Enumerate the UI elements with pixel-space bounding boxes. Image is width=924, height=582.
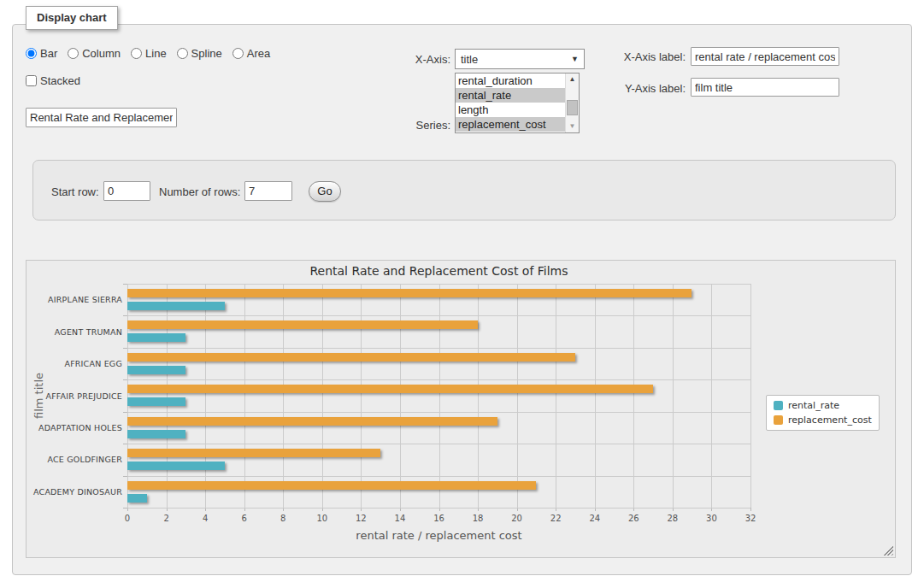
axis-tick bbox=[123, 444, 127, 444]
radio-label: Bar bbox=[40, 47, 57, 60]
scroll-down-icon[interactable]: ▼ bbox=[566, 121, 579, 132]
series-options: rental_durationrental_ratelengthreplacem… bbox=[456, 73, 565, 132]
bar-rental_rate bbox=[127, 430, 185, 438]
x-tick-label: 16 bbox=[418, 514, 461, 523]
legend-item-replacement_cost[interactable]: replacement_cost bbox=[774, 414, 872, 426]
series-option-rental_rate[interactable]: rental_rate bbox=[456, 88, 565, 103]
gridline bbox=[127, 315, 750, 316]
radio-line[interactable] bbox=[131, 48, 142, 59]
x-axis-selected-value: title bbox=[461, 53, 478, 66]
bar-replacement_cost bbox=[127, 353, 575, 362]
series-scrollbar[interactable]: ▲ ▼ bbox=[565, 73, 579, 132]
gridline bbox=[127, 348, 750, 349]
gridline bbox=[439, 284, 440, 508]
gridline bbox=[673, 284, 674, 508]
gridline bbox=[127, 284, 750, 285]
legend-swatch bbox=[774, 415, 783, 425]
gridline bbox=[517, 284, 518, 508]
y-axis-label-input[interactable] bbox=[691, 78, 839, 97]
gridline bbox=[283, 284, 284, 508]
num-rows-input[interactable] bbox=[244, 181, 292, 201]
category-label: AGENT TRUMAN bbox=[26, 327, 122, 337]
gridline bbox=[322, 284, 323, 508]
category-label: AIRPLANE SIERRA bbox=[26, 295, 122, 304]
x-axis-select-label: X-Axis: bbox=[376, 53, 450, 66]
x-tick-label: 22 bbox=[534, 514, 577, 523]
num-rows-label: Number of rows: bbox=[159, 185, 240, 198]
axis-tick bbox=[123, 412, 127, 413]
legend-item-rental_rate[interactable]: rental_rate bbox=[774, 400, 872, 411]
series-select-label: Series: bbox=[393, 119, 450, 132]
x-axis-label-input[interactable] bbox=[691, 47, 839, 66]
gridline bbox=[127, 476, 750, 477]
start-row-input[interactable] bbox=[103, 181, 150, 201]
category-label: ADAPTATION HOLES bbox=[26, 423, 122, 432]
axis-tick bbox=[123, 508, 127, 509]
category-label: AFFAIR PREJUDICE bbox=[26, 391, 122, 401]
x-tick-label: 10 bbox=[301, 514, 344, 523]
axis-tick bbox=[123, 348, 127, 349]
bar-rental_rate bbox=[127, 333, 185, 342]
go-button[interactable]: Go bbox=[309, 181, 341, 202]
chart-type-radiogroup: BarColumnLineSplineArea bbox=[26, 47, 277, 60]
gridline bbox=[205, 284, 206, 508]
axis-tick bbox=[123, 476, 127, 477]
gridline bbox=[711, 284, 712, 508]
axis-tick bbox=[750, 508, 751, 511]
gridline bbox=[633, 284, 634, 508]
series-option-length[interactable]: length bbox=[456, 103, 565, 117]
gridline bbox=[400, 284, 401, 508]
scroll-up-icon[interactable]: ▲ bbox=[566, 73, 579, 85]
radio-bar[interactable] bbox=[26, 48, 37, 59]
series-option-replacement_cost[interactable]: replacement_cost bbox=[456, 117, 565, 132]
gridline bbox=[595, 284, 596, 508]
x-axis-select[interactable]: title ▼ bbox=[455, 49, 585, 69]
bar-rental_rate bbox=[127, 366, 185, 374]
x-tick-label: 28 bbox=[651, 514, 694, 523]
x-tick-label: 32 bbox=[729, 514, 772, 523]
chart-type-option-spline[interactable]: Spline bbox=[177, 47, 222, 60]
chart-type-option-column[interactable]: Column bbox=[68, 47, 121, 60]
x-tick-label: 4 bbox=[184, 514, 227, 523]
category-label: ACADEMY DINOSAUR bbox=[26, 487, 122, 497]
bar-replacement_cost bbox=[127, 449, 380, 457]
axis-tick bbox=[123, 284, 127, 285]
chevron-down-icon: ▼ bbox=[571, 55, 579, 63]
radio-spline[interactable] bbox=[177, 48, 188, 59]
stacked-checkbox[interactable] bbox=[26, 75, 37, 86]
gridline bbox=[750, 284, 751, 508]
series-option-rental_duration[interactable]: rental_duration bbox=[456, 73, 565, 88]
bar-replacement_cost bbox=[127, 320, 478, 329]
stacked-row: Stacked bbox=[26, 74, 87, 87]
radio-column[interactable] bbox=[68, 48, 79, 59]
scrollbar-thumb[interactable] bbox=[567, 100, 578, 115]
x-tick-label: 24 bbox=[574, 514, 616, 523]
chart-type-option-line[interactable]: Line bbox=[131, 47, 167, 60]
gridline bbox=[127, 444, 750, 444]
gridline bbox=[127, 508, 750, 509]
chart-title: Rental Rate and Replacement Cost of Film… bbox=[127, 264, 750, 278]
series-listbox[interactable]: rental_durationrental_ratelengthreplacem… bbox=[455, 73, 580, 133]
bar-rental_rate bbox=[127, 302, 225, 310]
resize-handle-icon[interactable] bbox=[883, 545, 893, 556]
axis-tick bbox=[123, 379, 127, 380]
plot-area bbox=[127, 284, 750, 508]
gridline bbox=[127, 412, 750, 413]
radio-area[interactable] bbox=[232, 48, 244, 59]
gridline bbox=[556, 284, 556, 508]
chart-type-option-area[interactable]: Area bbox=[232, 47, 270, 60]
bar-rental_rate bbox=[127, 397, 185, 406]
radio-label: Spline bbox=[191, 47, 222, 60]
x-tick-label: 2 bbox=[145, 514, 188, 523]
legend-swatch bbox=[774, 401, 783, 410]
x-tick-label: 30 bbox=[690, 514, 733, 523]
x-tick-label: 8 bbox=[262, 514, 304, 523]
bar-replacement_cost bbox=[127, 417, 497, 426]
stacked-option[interactable]: Stacked bbox=[26, 74, 80, 87]
chart-type-option-bar[interactable]: Bar bbox=[26, 47, 57, 60]
category-label: ACE GOLDFINGER bbox=[26, 455, 122, 464]
chart-title-input[interactable] bbox=[26, 108, 177, 127]
legend-label: rental_rate bbox=[788, 400, 839, 411]
radio-label: Area bbox=[247, 47, 270, 60]
bar-rental_rate bbox=[127, 494, 147, 503]
